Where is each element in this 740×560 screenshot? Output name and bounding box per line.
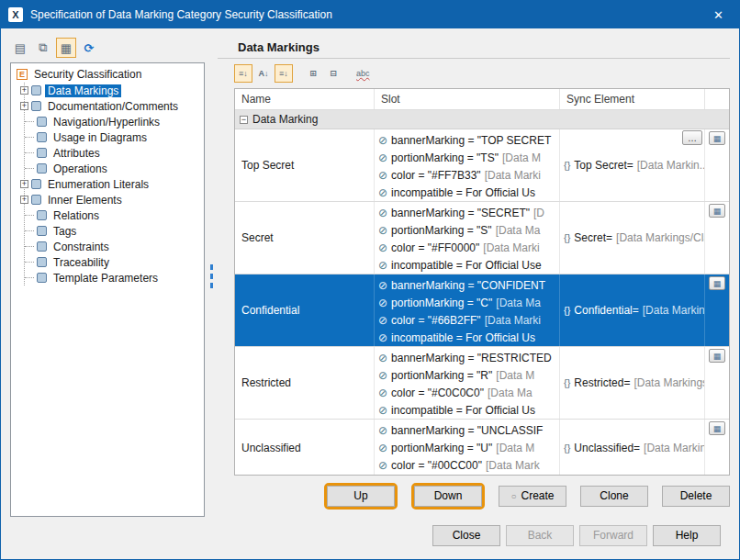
create-icon: ○ xyxy=(510,491,516,501)
up-button[interactable]: Up xyxy=(327,486,395,507)
slot-line[interactable]: ⊘color = "#66B2FF" [Data Marki xyxy=(378,311,559,329)
element-icon xyxy=(37,163,47,174)
slot-line[interactable]: ⊘color = "#00CC00" [Data Mark xyxy=(378,456,559,474)
ellipsis-button[interactable]: … xyxy=(682,130,702,145)
clone-button[interactable]: Clone xyxy=(580,486,648,507)
right-pane: Data Markings ≡↓ A↓ ≡↓ ⊞ ⊟ abc Name Slot… xyxy=(218,36,730,517)
slot-text: portionMarking = "S" xyxy=(391,224,492,237)
help-button[interactable]: Help xyxy=(653,525,721,546)
slot-line[interactable]: ⊘bannerMarking = "SECRET" [D xyxy=(378,204,559,221)
close-button[interactable]: Close xyxy=(432,525,500,546)
tree-item-label[interactable]: Constraints xyxy=(50,241,112,253)
slot-text: bannerMarking = "RESTRICTED xyxy=(391,352,552,364)
grid-view-button[interactable]: ▦ xyxy=(56,38,76,58)
tree-item-label[interactable]: Usage in Diagrams xyxy=(50,131,150,144)
row-edit-button[interactable]: ▦ xyxy=(709,421,725,435)
slot-line[interactable]: ⊘incompatible = For Official Us xyxy=(378,184,559,201)
row-confidential[interactable]: Confidential ⊘bannerMarking = "CONFIDENT… xyxy=(235,274,729,347)
tree-item-label[interactable]: Relations xyxy=(50,209,102,222)
row-edit-button[interactable]: ▦ xyxy=(709,349,725,363)
create-button[interactable]: ○Create xyxy=(499,486,566,507)
tree-item-label[interactable]: Template Parameters xyxy=(50,272,161,285)
tree-item-label[interactable]: Enumeration Literals xyxy=(45,178,151,191)
row-unclassified[interactable]: Unclassified ⊘bannerMarking = "UNCLASSIF… xyxy=(235,420,729,476)
tree-item-tags[interactable]: Tags xyxy=(25,223,202,239)
row-top-secret[interactable]: Top Secret ⊘bannerMarking = "TOP SECRET … xyxy=(235,129,729,202)
tree-item-operations[interactable]: Operations xyxy=(25,161,202,176)
tree-item-label[interactable]: Data Markings xyxy=(45,84,121,97)
row-edit-button[interactable]: ▦ xyxy=(709,204,725,218)
tree-item-label[interactable]: Navigation/Hyperlinks xyxy=(50,116,163,129)
tree-view-button[interactable]: ⧉ xyxy=(33,38,53,58)
tree-item-traceability[interactable]: Traceability xyxy=(25,254,202,270)
tree-item-label[interactable]: Attributes xyxy=(50,147,103,160)
refresh-button[interactable]: ⟳ xyxy=(79,38,99,58)
slot-line[interactable]: ⊘bannerMarking = "TOP SECRET xyxy=(378,131,559,149)
abc-icon[interactable]: abc xyxy=(353,64,373,83)
tree-item-label[interactable]: Operations xyxy=(50,162,110,175)
slot-line[interactable]: ⊘incompatible = For Official Us xyxy=(378,329,559,346)
delete-button[interactable]: Delete xyxy=(662,486,730,507)
expand-icon[interactable]: + xyxy=(20,86,28,95)
sort-alpha-icon[interactable]: A↓ xyxy=(254,64,273,83)
tree-root-security-classification[interactable]: E Security Classification xyxy=(17,66,202,83)
row-secret[interactable]: Secret ⊘bannerMarking = "SECRET" [D ⊘por… xyxy=(235,202,729,274)
slot-line[interactable]: ⊘portionMarking = "R" [Data M xyxy=(378,366,559,384)
tree-item-constraints[interactable]: Constraints xyxy=(25,239,202,254)
tree-root-label[interactable]: Security Classification xyxy=(31,68,144,81)
specification-tree[interactable]: E Security Classification + Data Marking… xyxy=(10,62,205,517)
tree-item-label[interactable]: Documentation/Comments xyxy=(45,100,181,113)
tree-item-navigation-hyperlinks[interactable]: Navigation/Hyperlinks xyxy=(25,114,202,129)
tree-item-template-parameters[interactable]: Template Parameters xyxy=(25,270,202,286)
title-bar[interactable]: X Specification of Data Marking Category… xyxy=(1,1,739,28)
tree-item-label[interactable]: Inner Elements xyxy=(45,194,125,207)
slot-line[interactable]: ⊘portionMarking = "TS" [Data M xyxy=(378,149,559,166)
column-header-slot[interactable]: Slot xyxy=(375,89,560,109)
tree-item-relations[interactable]: Relations xyxy=(25,207,202,223)
down-button[interactable]: Down xyxy=(414,486,482,507)
row-edit-button[interactable]: ▦ xyxy=(709,131,725,145)
close-icon[interactable]: ✕ xyxy=(698,1,739,28)
slot-line[interactable]: ⊘incompatible = For Official Use xyxy=(378,256,559,274)
collapse-icon[interactable]: − xyxy=(240,116,248,124)
forward-button[interactable]: Forward xyxy=(579,525,647,546)
slot-line[interactable]: ⊘bannerMarking = "UNCLASSIF xyxy=(378,421,559,439)
slot-line[interactable]: ⊘color = "#C0C0C0" [Data Ma xyxy=(378,384,559,401)
splitter-handle-icon[interactable] xyxy=(210,264,213,288)
expand-icon[interactable]: + xyxy=(20,196,28,204)
pane-splitter[interactable] xyxy=(205,36,218,517)
row-edit-button[interactable]: ▦ xyxy=(709,276,725,290)
column-header-sync-element[interactable]: Sync Element xyxy=(560,89,705,109)
slot-line[interactable]: ⊘bannerMarking = "RESTRICTED xyxy=(378,349,559,366)
tree-item-attributes[interactable]: Attributes xyxy=(25,145,202,161)
slot-line[interactable]: ⊘portionMarking = "C" [Data Ma xyxy=(378,294,559,311)
group-rows-icon[interactable]: ≡↓ xyxy=(275,64,293,83)
expand-icon[interactable]: + xyxy=(20,102,28,110)
tree-item-data-markings[interactable]: + Data Markings xyxy=(25,83,202,98)
tree-item-documentation-comments[interactable]: + Documentation/Comments xyxy=(25,98,202,114)
slot-icon: ⊘ xyxy=(378,442,387,454)
expand-all-icon[interactable]: ⊞ xyxy=(304,64,322,83)
row-restricted[interactable]: Restricted ⊘bannerMarking = "RESTRICTED … xyxy=(235,347,729,420)
back-button[interactable]: Back xyxy=(506,525,574,546)
tree-item-enumeration-literals[interactable]: + Enumeration Literals xyxy=(25,176,202,192)
data-markings-table: Name Slot Sync Element − Data Marking To… xyxy=(234,88,730,476)
form-view-button[interactable]: ▤ xyxy=(10,38,30,58)
sort-rows-icon[interactable]: ≡↓ xyxy=(234,64,252,83)
slot-line[interactable]: ⊘color = "#FF7B33" [Data Marki xyxy=(378,166,559,184)
tree-item-usage-in-diagrams[interactable]: Usage in Diagrams xyxy=(25,129,202,145)
column-header-name[interactable]: Name xyxy=(235,89,375,109)
slot-line[interactable]: ⊘color = "#FF0000" [Data Marki xyxy=(378,239,559,256)
group-row-data-marking[interactable]: − Data Marking xyxy=(235,110,729,129)
slot-line[interactable]: ⊘portionMarking = "S" [Data Ma xyxy=(378,221,559,239)
tree-item-label[interactable]: Tags xyxy=(50,225,79,238)
sync-name: Top Secret= xyxy=(574,159,633,172)
tree-item-inner-elements[interactable]: + Inner Elements xyxy=(25,192,202,207)
slot-line[interactable]: ⊘incompatible = For Official Us xyxy=(378,401,559,419)
slot-line[interactable]: ⊘portionMarking = "U" [Data M xyxy=(378,439,559,456)
tree-item-label[interactable]: Traceability xyxy=(50,256,112,269)
collapse-all-icon[interactable]: ⊟ xyxy=(324,64,342,83)
expand-icon[interactable]: + xyxy=(20,180,28,188)
down-button-highlight: Down xyxy=(411,483,485,510)
slot-line[interactable]: ⊘bannerMarking = "CONFIDENT xyxy=(378,276,559,294)
